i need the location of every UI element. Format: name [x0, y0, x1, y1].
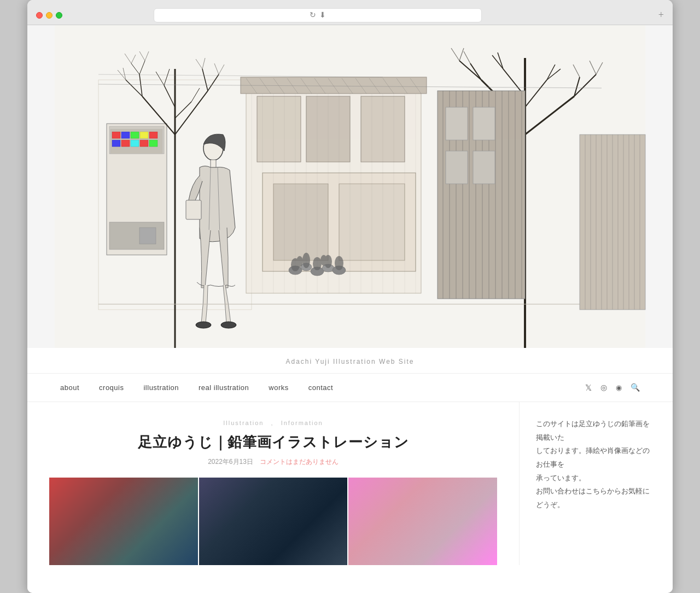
svg-rect-10 [149, 132, 158, 138]
address-bar[interactable]: ↻ ⬇ [154, 8, 482, 22]
reload-icon[interactable]: ↻ [310, 10, 316, 20]
category-illustration[interactable]: Illustration [223, 420, 264, 426]
main-content: Illustration , Information 足立ゆうじ｜鉛筆画イラスト… [27, 402, 520, 565]
category-information[interactable]: Information [281, 420, 323, 426]
download-icon[interactable]: ⬇ [319, 10, 326, 20]
post-images [49, 478, 497, 565]
close-button[interactable] [36, 12, 43, 19]
svg-rect-66 [273, 184, 328, 260]
svg-rect-115 [473, 151, 495, 184]
svg-point-127 [320, 255, 327, 266]
twitter-icon[interactable]: 𝕏 [585, 383, 592, 393]
svg-point-133 [196, 322, 211, 328]
nav-link-croquis[interactable]: croquis [99, 383, 124, 392]
svg-rect-62 [257, 96, 301, 162]
svg-point-123 [313, 257, 322, 270]
traffic-lights [36, 12, 62, 19]
instagram-icon[interactable]: ◎ [600, 383, 607, 392]
svg-rect-132 [186, 200, 201, 219]
svg-point-122 [302, 253, 310, 268]
svg-rect-9 [140, 132, 148, 138]
svg-rect-14 [140, 140, 148, 147]
nav-icon-group: 𝕏 ◎ ◉ 🔍 [585, 383, 640, 393]
browser-window: Adachi Yuji Illustration Web Site about … [27, 25, 673, 593]
search-icon[interactable]: 🔍 [631, 383, 640, 392]
svg-rect-6 [112, 132, 120, 138]
sidebar-text: このサイトは足立ゆうじの鉛筆画を掲載いた しております。挿絵や肖像画などのお仕事… [536, 417, 656, 512]
address-bar-icons: ↻ ⬇ [310, 10, 326, 20]
svg-point-134 [221, 322, 236, 328]
category-separator: , [271, 420, 274, 426]
minimize-button[interactable] [46, 12, 52, 19]
nav-link-works[interactable]: works [269, 383, 288, 392]
post-image-1[interactable] [49, 478, 198, 565]
svg-rect-113 [473, 107, 495, 140]
site-subtitle: Adachi Yuji Illustration Web Site [27, 348, 673, 374]
post-meta: 2022年6月13日 コメントはまだありません [49, 457, 497, 467]
hero-image [27, 25, 673, 348]
svg-rect-114 [446, 151, 468, 184]
post-image-3[interactable] [348, 478, 497, 565]
svg-rect-13 [131, 140, 139, 147]
comment-link[interactable]: コメントはまだありません [260, 457, 339, 467]
sidebar: このサイトは足立ゆうじの鉛筆画を掲載いた しております。挿絵や肖像画などのお仕事… [520, 402, 673, 565]
svg-rect-7 [121, 132, 130, 138]
nav-links: about croquis illustration real illustra… [60, 383, 585, 392]
post-title: 足立ゆうじ｜鉛筆画イラストレーション [49, 433, 497, 452]
svg-point-125 [335, 256, 343, 270]
content-area: Illustration , Information 足立ゆうじ｜鉛筆画イラスト… [27, 402, 673, 565]
browser-chrome: ↻ ⬇ + [27, 0, 673, 25]
svg-rect-12 [121, 140, 130, 147]
maximize-button[interactable] [56, 12, 62, 19]
rss-icon[interactable]: ◉ [616, 383, 622, 392]
main-navigation: about croquis illustration real illustra… [27, 374, 673, 402]
svg-rect-112 [446, 107, 468, 140]
hero-sketch-svg [27, 25, 673, 348]
nav-link-real-illustration[interactable]: real illustration [199, 383, 249, 392]
new-tab-button[interactable]: + [658, 9, 664, 21]
nav-link-about[interactable]: about [60, 383, 79, 392]
nav-link-illustration[interactable]: illustration [143, 383, 179, 392]
post-image-2[interactable] [199, 478, 348, 565]
svg-point-126 [296, 256, 303, 267]
post-categories: Illustration , Information [49, 420, 497, 426]
svg-rect-17 [139, 228, 156, 244]
post-date: 2022年6月13日 [208, 457, 253, 467]
svg-rect-15 [149, 140, 158, 147]
svg-rect-129 [211, 160, 216, 168]
svg-rect-8 [131, 132, 139, 138]
svg-rect-11 [112, 140, 120, 147]
nav-link-contact[interactable]: contact [308, 383, 333, 392]
